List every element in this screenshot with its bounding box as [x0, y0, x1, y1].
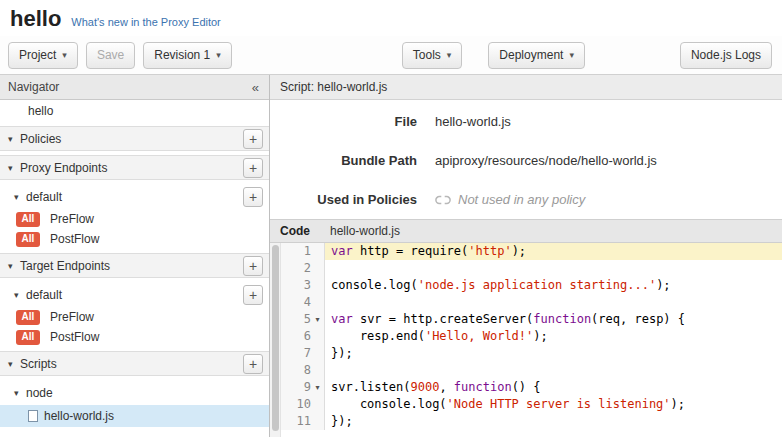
nav-flow-preflow[interactable]: AllPreFlow: [0, 209, 269, 229]
expand-collapse-icon[interactable]: ▾: [14, 290, 26, 300]
nav-flow-postflow[interactable]: AllPostFlow: [0, 327, 269, 347]
nav-subsection-default[interactable]: ▾default+: [0, 184, 269, 209]
code-line-9[interactable]: 9▾svr.listen(9000, function() {: [281, 379, 782, 396]
broken-link-icon: [435, 195, 451, 205]
code-line-3[interactable]: 3console.log('node.js application starti…: [281, 277, 782, 294]
nav-label: Proxy Endpoints: [20, 161, 107, 175]
save-button[interactable]: Save: [86, 42, 135, 69]
nav-section-policies[interactable]: ▾Policies+: [0, 126, 269, 151]
deployment-button[interactable]: Deployment ▾: [488, 42, 585, 69]
whats-new-link[interactable]: What's new in the Proxy Editor: [71, 16, 220, 28]
code-tab[interactable]: Code: [280, 224, 310, 238]
nav-section-scripts[interactable]: ▾Scripts+: [0, 351, 269, 376]
code-line-7[interactable]: 7});: [281, 345, 782, 362]
add-default-button[interactable]: +: [243, 187, 263, 207]
used-in-policies-row: Used in Policies Not used in any policy: [270, 192, 782, 207]
code-line-10[interactable]: 10 console.log('Node HTTP server is list…: [281, 396, 782, 413]
code-text: [325, 294, 782, 311]
bundle-path-value: apiproxy/resources/node/hello-world.js: [435, 153, 657, 168]
line-number: 7: [281, 345, 311, 362]
line-number: 10: [281, 396, 311, 413]
page-header: hello What's new in the Proxy Editor: [0, 0, 782, 36]
collapse-navigator-icon[interactable]: «: [252, 80, 259, 95]
nodejs-logs-button[interactable]: Node.js Logs: [680, 42, 772, 69]
code-scrollbar-thumb[interactable]: [272, 245, 279, 431]
code-text: console.log('node.js application startin…: [325, 277, 782, 294]
expand-collapse-icon[interactable]: ▾: [14, 388, 26, 398]
line-number-gutter: 1: [281, 243, 325, 260]
nav-file-hello-world-js[interactable]: hello-world.js: [0, 405, 269, 427]
tools-button-label: Tools: [413, 48, 441, 62]
nav-flow-preflow[interactable]: AllPreFlow: [0, 307, 269, 327]
main-panel: Script: hello-world.js File hello-world.…: [270, 75, 782, 437]
line-number-gutter: 6: [281, 328, 325, 345]
code-line-1[interactable]: 1var http = require('http');: [281, 243, 782, 260]
used-in-policies-text: Not used in any policy: [458, 192, 585, 207]
code-text: [325, 362, 782, 379]
line-number-gutter: 10: [281, 396, 325, 413]
code-line-8[interactable]: 8: [281, 362, 782, 379]
flow-condition-badge: All: [16, 212, 40, 227]
nodejs-logs-button-label: Node.js Logs: [691, 48, 761, 62]
file-row: File hello-world.js: [270, 114, 782, 129]
code-header: Code hello-world.js: [270, 219, 782, 243]
toolbar: Project ▾ Save Revision 1 ▾ Tools ▾ Depl…: [0, 36, 782, 75]
revision-button[interactable]: Revision 1 ▾: [143, 42, 232, 69]
flow-condition-badge: All: [16, 330, 40, 345]
code-line-2[interactable]: 2: [281, 260, 782, 277]
code-text: var svr = http.createServer(function(req…: [325, 311, 782, 328]
add-scripts-button[interactable]: +: [243, 354, 263, 374]
nav-label: Policies: [20, 132, 61, 146]
nav-label: PreFlow: [50, 310, 94, 324]
nav-section-target-endpoints[interactable]: ▾Target Endpoints+: [0, 253, 269, 278]
code-fold-icon[interactable]: ▾: [311, 311, 324, 328]
navigator-header: Navigator «: [0, 75, 269, 100]
add-proxy-endpoints-button[interactable]: +: [243, 158, 263, 178]
expand-collapse-icon[interactable]: ▾: [8, 163, 20, 173]
file-label: File: [270, 114, 435, 129]
line-number: 3: [281, 277, 311, 294]
nav-flow-postflow[interactable]: AllPostFlow: [0, 229, 269, 249]
line-number-gutter: 5▾: [281, 311, 325, 328]
code-editor[interactable]: 1var http = require('http');23console.lo…: [270, 243, 782, 437]
nav-label: Target Endpoints: [20, 259, 110, 273]
nav-label: hello: [28, 104, 53, 118]
nav-item-hello[interactable]: hello: [0, 100, 269, 122]
add-policies-button[interactable]: +: [243, 129, 263, 149]
used-in-policies-value: Not used in any policy: [435, 192, 585, 207]
flow-condition-badge: All: [16, 310, 40, 325]
code-fold-icon[interactable]: ▾: [311, 379, 324, 396]
code-text: });: [325, 345, 782, 362]
code-lines: 1var http = require('http');23console.lo…: [281, 243, 782, 437]
add-default-button[interactable]: +: [243, 285, 263, 305]
code-filename: hello-world.js: [330, 224, 400, 238]
nav-label: hello-world.js: [44, 409, 114, 423]
nav-label: PostFlow: [50, 232, 99, 246]
code-line-5[interactable]: 5▾var svr = http.createServer(function(r…: [281, 311, 782, 328]
code-line-6[interactable]: 6 resp.end('Hello, World!');: [281, 328, 782, 345]
code-line-4[interactable]: 4: [281, 294, 782, 311]
script-header: Script: hello-world.js: [270, 75, 782, 100]
code-line-11[interactable]: 11});: [281, 413, 782, 430]
code-text: svr.listen(9000, function() {: [325, 379, 782, 396]
project-button[interactable]: Project ▾: [8, 42, 78, 69]
content-area: Navigator « hello▾Policies+▾Proxy Endpoi…: [0, 75, 782, 437]
nav-section-proxy-endpoints[interactable]: ▾Proxy Endpoints+: [0, 155, 269, 180]
line-number-gutter: 2: [281, 260, 325, 277]
expand-collapse-icon[interactable]: ▾: [8, 261, 20, 271]
expand-collapse-icon[interactable]: ▾: [8, 134, 20, 144]
line-number-gutter: 9▾: [281, 379, 325, 396]
tools-button[interactable]: Tools ▾: [402, 42, 463, 69]
nav-label: default: [26, 288, 62, 302]
line-number: 9: [281, 379, 311, 396]
line-number: 4: [281, 294, 311, 311]
add-target-endpoints-button[interactable]: +: [243, 256, 263, 276]
nav-label: Scripts: [20, 357, 57, 371]
nav-label: node: [26, 386, 53, 400]
nav-subsection-default[interactable]: ▾default+: [0, 282, 269, 307]
expand-collapse-icon[interactable]: ▾: [8, 359, 20, 369]
expand-collapse-icon[interactable]: ▾: [14, 192, 26, 202]
script-details-form: File hello-world.js Bundle Path apiproxy…: [270, 100, 782, 219]
nav-subsection-node[interactable]: ▾node: [0, 380, 269, 405]
code-scrollbar[interactable]: [270, 243, 281, 437]
